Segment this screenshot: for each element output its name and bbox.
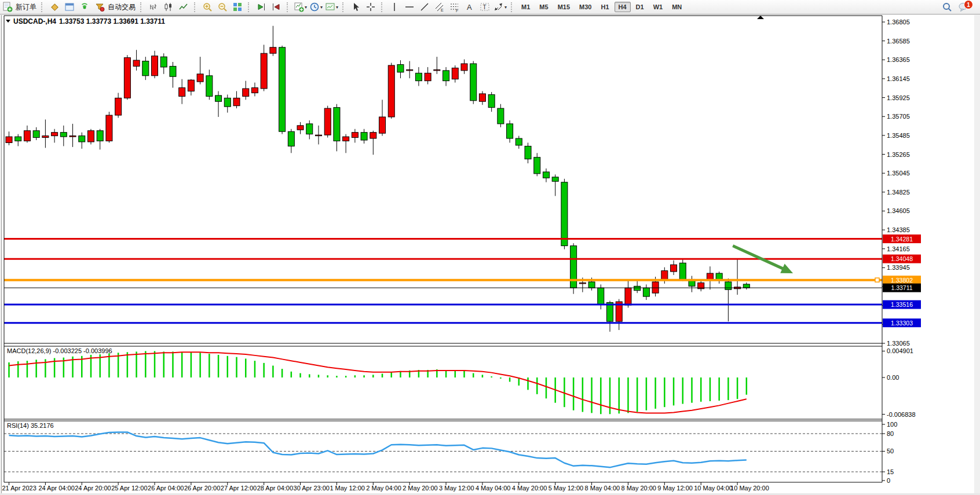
timeframe-w1-button[interactable]: W1 <box>649 2 667 12</box>
svg-text:1.33802: 1.33802 <box>891 277 913 284</box>
macd-label: MACD(12,26,9) -0.003225 -0.003996 <box>7 347 112 354</box>
zoom-in-icon <box>202 2 213 12</box>
auto-trading-icon <box>94 2 105 12</box>
time-tick-label: 26 Apr 20:00 <box>184 485 220 492</box>
vertical-line-button[interactable] <box>387 1 401 14</box>
data-window-button[interactable] <box>63 1 76 14</box>
ohlc-values: 1.33753 1.33773 1.33691 1.33711 <box>59 17 165 25</box>
price-tick-label: 1.33945 <box>887 264 910 271</box>
zoom-in-button[interactable] <box>200 1 214 14</box>
arrows-button[interactable]: ▾ <box>493 1 507 14</box>
price-tick-label: 1.34165 <box>887 245 910 252</box>
chevron-down-icon: ▾ <box>336 5 338 10</box>
chart-shift-icon <box>271 2 281 12</box>
timeframe-m15-button[interactable]: M15 <box>554 2 574 12</box>
auto-trading-label: 自动交易 <box>108 2 136 12</box>
crosshair-button[interactable] <box>364 1 378 14</box>
horizontal-line-button[interactable] <box>403 1 416 14</box>
indicators-button[interactable]: ▾ <box>293 1 308 14</box>
search-button[interactable] <box>940 1 954 14</box>
text-label-button[interactable]: T <box>478 1 492 14</box>
line-chart-button[interactable] <box>177 1 191 14</box>
bar-chart-button[interactable] <box>147 1 160 14</box>
tile-windows-button[interactable] <box>231 1 244 14</box>
time-tick-label: 2 May 04:00 <box>366 485 401 492</box>
price-tick-label: 1.35705 <box>887 113 910 120</box>
text-button[interactable]: A <box>463 1 477 14</box>
notifications-button[interactable]: 1 <box>955 0 971 14</box>
time-tick-label: 28 Apr 04:00 <box>257 485 293 492</box>
price-badge: 1.33802 <box>883 276 921 284</box>
zoom-out-icon <box>217 2 228 12</box>
timeframe-mn-button[interactable]: MN <box>668 2 686 12</box>
price-tick-label: 1.35485 <box>887 132 910 139</box>
notification-badge: 1 <box>964 0 973 9</box>
line-handle[interactable] <box>875 278 879 282</box>
candlestick-chart-button[interactable] <box>162 1 175 14</box>
equidistant-channel-button[interactable]: E <box>433 1 447 14</box>
price-tick-label: 1.35265 <box>887 151 910 158</box>
timeframe-h1-button[interactable]: H1 <box>597 2 613 12</box>
timeframe-m5-button[interactable]: M5 <box>535 2 552 12</box>
new-order-label: 新订单 <box>16 2 36 12</box>
price-tick-label: 1.36145 <box>887 75 910 82</box>
toolbar-separator <box>194 2 197 12</box>
line-chart-icon <box>178 2 189 12</box>
price-badge: 1.34048 <box>883 255 921 263</box>
signals-icon <box>79 2 90 12</box>
time-tick-label: 10 May 04:00 <box>694 485 733 492</box>
timeframe-d1-button[interactable]: D1 <box>632 2 648 12</box>
time-tick-label: 25 Apr 12:00 <box>111 485 147 492</box>
fibonacci-icon: F <box>449 2 460 12</box>
indicators-icon <box>294 2 304 12</box>
new-order-icon <box>2 2 13 12</box>
market-watch-icon <box>49 2 60 12</box>
price-tick-label: 1.33065 <box>887 340 910 347</box>
auto-trading-button[interactable] <box>93 1 107 14</box>
price-tick-label: 1.34385 <box>887 226 910 233</box>
price-tick-label: 1.35925 <box>887 94 910 101</box>
signals-button[interactable] <box>78 1 92 14</box>
chart-title: USDCAD-,H41.33753 1.33773 1.33691 1.3371… <box>6 17 165 25</box>
macd-tick-label: 0.00 <box>887 374 899 381</box>
data-window-icon <box>64 2 75 12</box>
periods-button[interactable]: ▾ <box>309 1 323 14</box>
zoom-out-button[interactable] <box>215 1 229 14</box>
timeframe-m1-button[interactable]: M1 <box>517 2 534 12</box>
symbol-period-label: USDCAD-,H4 <box>13 17 56 25</box>
candle <box>324 106 331 138</box>
auto-scroll-icon <box>256 2 266 12</box>
right-frame <box>974 15 980 495</box>
templates-button[interactable]: ▾ <box>324 1 339 14</box>
price-badge: 1.33516 <box>883 300 921 309</box>
timeframe-h4-button[interactable]: H4 <box>615 2 631 12</box>
trendline-button[interactable] <box>418 1 432 14</box>
candle <box>106 112 112 142</box>
horizontal-line-icon <box>404 2 415 12</box>
time-tick-label: 27 Apr 12:00 <box>221 485 257 492</box>
price-tick-label: 1.36365 <box>887 56 910 63</box>
candle <box>87 129 94 145</box>
periods-icon <box>309 2 320 12</box>
cursor-button[interactable] <box>349 1 363 14</box>
timeframe-m30-button[interactable]: M30 <box>575 2 595 12</box>
price-badge: 1.33303 <box>883 318 921 327</box>
svg-text:T: T <box>483 4 487 10</box>
fibonacci-button[interactable]: F <box>448 1 462 14</box>
toolbar-separator <box>381 2 384 12</box>
cursor-icon <box>350 2 361 12</box>
time-tick-label: 24 Apr 04:00 <box>38 485 74 492</box>
chart-shift-button[interactable] <box>269 1 283 14</box>
time-tick-label: 24 Apr 20:00 <box>75 485 111 492</box>
price-tick-label: 1.36805 <box>887 19 910 25</box>
rsi-tick-label: 80 <box>887 430 894 437</box>
new-order-button[interactable] <box>1 1 14 14</box>
price-badge: 1.33711 <box>883 284 921 292</box>
chart-window[interactable]: USDCAD-,H41.33753 1.33773 1.33691 1.3371… <box>0 0 980 495</box>
rsi-tick-label: 50 <box>887 448 894 454</box>
macd-tick-label: -0.006838 <box>887 411 916 418</box>
market-watch-button[interactable] <box>47 1 61 14</box>
auto-scroll-button[interactable] <box>254 1 268 14</box>
candle <box>124 55 130 100</box>
svg-text:F: F <box>456 9 458 13</box>
